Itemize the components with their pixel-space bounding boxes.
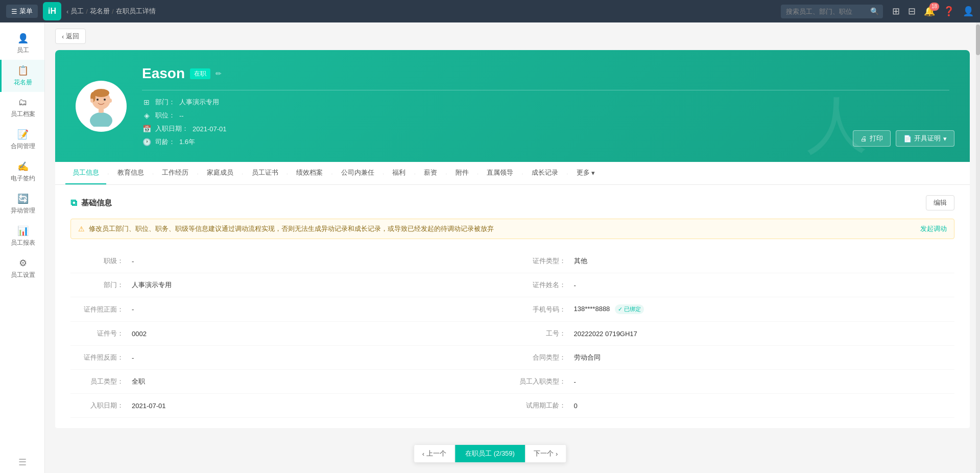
id-number-label: 证件号： xyxy=(70,329,132,338)
notice-link[interactable]: 发起调动 xyxy=(920,224,947,233)
hire-date-value: 2021-07-01 xyxy=(132,402,513,410)
tab-navigation: 员工信息 · 教育信息 · 工作经历 · 家庭成员 · 员工证书 · 绩效档案 … xyxy=(55,162,970,185)
avatar-svg xyxy=(81,86,122,127)
content-area: ⧉ 基础信息 编辑 ⚠ 修改员工部门、职位、职务、职级等信息建议通过调动流程实现… xyxy=(55,185,970,428)
onboard-type-value: - xyxy=(574,378,955,386)
tab-concurrent[interactable]: 公司内兼任 xyxy=(334,162,381,184)
profile-edit-icon[interactable]: ✏ xyxy=(216,69,222,78)
search-input[interactable] xyxy=(781,5,883,18)
current-page: 在职员工 (2/359) xyxy=(455,445,525,462)
tab-certificate[interactable]: 员工证书 xyxy=(245,162,285,184)
info-row-id-back: 证件照反面： - xyxy=(70,346,513,370)
back-bar: ‹ 返回 xyxy=(45,22,980,50)
main-content: ‹ 返回 人 xyxy=(45,22,980,473)
breadcrumb-item-1[interactable]: 员工 xyxy=(70,7,84,16)
sidebar-item-settings[interactable]: ⚙ 员工设置 xyxy=(0,252,44,285)
dept-field-label: 部门： xyxy=(70,280,132,290)
phone-value: 138****8888 ✓ 已绑定 xyxy=(574,304,955,314)
tab-performance[interactable]: 绩效档案 xyxy=(289,162,330,184)
hiredate-label: 入职日期： xyxy=(155,124,188,133)
info-row-id-number: 证件号： 0002 xyxy=(70,322,513,346)
sidebar: 👤 员工 📋 花名册 🗂 员工档案 📝 合同管理 ✍ 电子签约 🔄 异动管理 📊… xyxy=(0,22,45,473)
verified-text: 已绑定 xyxy=(624,305,641,313)
sidebar-item-archive[interactable]: 🗂 员工档案 xyxy=(0,92,44,124)
next-button[interactable]: 下一个 › xyxy=(525,445,566,462)
sidebar-item-report[interactable]: 📊 员工报表 xyxy=(0,220,44,252)
pagination-bar: ‹ 上一个 在职员工 (2/359) 下一个 › xyxy=(414,444,567,463)
menu-button[interactable]: ☰ 菜单 xyxy=(6,5,38,18)
dept-icon: ⊞ xyxy=(142,98,151,106)
print-label: 打印 xyxy=(870,134,883,143)
notification-icon[interactable]: 🔔 18 xyxy=(924,6,935,17)
sidebar-collapse-icon[interactable]: ☰ xyxy=(18,457,27,468)
profile-actions: 🖨 打印 📄 开具证明 ▾ xyxy=(853,130,954,147)
hiredate-icon: 📅 xyxy=(142,125,151,133)
notice-text: 修改员工部门、职位、职务、职级等信息建议通过调动流程实现，否则无法生成异动记录和… xyxy=(89,224,494,233)
tenure-label: 司龄： xyxy=(155,137,175,147)
notice-icon: ⚠ xyxy=(78,225,85,233)
app-logo: iH xyxy=(43,2,61,20)
prev-button[interactable]: ‹ 上一个 xyxy=(414,445,455,462)
tab-growth[interactable]: 成长记录 xyxy=(524,162,565,184)
scroll-indicator[interactable] xyxy=(976,22,980,473)
id-front-label: 证件照正面： xyxy=(70,305,132,314)
settings-icon: ⚙ xyxy=(19,257,27,269)
svg-point-5 xyxy=(90,99,93,103)
tab-salary[interactable]: 薪资 xyxy=(417,162,444,184)
user-icon[interactable]: 👤 xyxy=(963,6,974,17)
help-icon[interactable]: ❓ xyxy=(943,6,954,17)
info-grid: 职级： - 证件类型： 其他 部门： 人事演示专用 证件姓名： - xyxy=(70,249,954,418)
search-icon: 🔍 xyxy=(870,7,879,15)
tab-work-history[interactable]: 工作经历 xyxy=(155,162,196,184)
avatar xyxy=(76,81,127,132)
tab-education[interactable]: 教育信息 xyxy=(110,162,151,184)
verified-icon: ✓ xyxy=(618,306,623,313)
tenure-value: 1.6年 xyxy=(179,137,195,147)
edit-button[interactable]: 编辑 xyxy=(926,195,954,210)
scroll-thumb[interactable] xyxy=(976,25,980,55)
next-label: 下一个 xyxy=(534,449,554,458)
emp-type-label: 员工类型： xyxy=(70,377,132,386)
info-row-id-front: 证件照正面： - xyxy=(70,297,513,322)
archive-icon: 🗂 xyxy=(18,97,28,108)
tab-attachment[interactable]: 附件 xyxy=(448,162,476,184)
sidebar-item-anomaly[interactable]: 🔄 异动管理 xyxy=(0,188,44,220)
tab-supervisor[interactable]: 直属领导 xyxy=(480,162,520,184)
id-back-label: 证件照反面： xyxy=(70,353,132,362)
sidebar-item-employee[interactable]: 👤 员工 xyxy=(0,28,44,60)
id-name-value: - xyxy=(574,281,955,289)
section-icon: ⧉ xyxy=(70,198,77,208)
main-layout: 👤 员工 📋 花名册 🗂 员工档案 📝 合同管理 ✍ 电子签约 🔄 异动管理 📊… xyxy=(0,22,980,473)
sidebar-item-contract[interactable]: 📝 合同管理 xyxy=(0,124,44,156)
apps-icon[interactable]: ⊞ xyxy=(892,6,900,17)
back-button[interactable]: ‹ 返回 xyxy=(55,29,86,44)
info-row-job-level: 职级： - xyxy=(70,249,513,273)
profile-info: Eason 在职 ✏ ⊞ 部门： 人事演示专用 ◈ 职位： -- xyxy=(142,65,949,147)
onboard-type-label: 员工入职类型： xyxy=(513,377,574,386)
probation-label: 试用期工龄： xyxy=(513,401,574,410)
menu-icon: ☰ xyxy=(11,8,17,15)
print-button[interactable]: 🖨 打印 xyxy=(853,130,891,147)
tab-family[interactable]: 家庭成员 xyxy=(200,162,241,184)
tab-employee-info[interactable]: 员工信息 xyxy=(65,162,106,184)
tab-more[interactable]: 更多 ▾ xyxy=(569,162,602,184)
back-label: 返回 xyxy=(66,32,79,41)
breadcrumb-back-icon[interactable]: ‹ xyxy=(66,8,68,15)
sidebar-item-esign[interactable]: ✍ 电子签约 xyxy=(0,156,44,188)
info-row-id-name: 证件姓名： - xyxy=(513,273,955,297)
cert-button[interactable]: 📄 开具证明 ▾ xyxy=(896,130,954,147)
dept-label: 部门： xyxy=(155,98,175,107)
sidebar-bottom: ☰ xyxy=(0,452,44,473)
filter-icon[interactable]: ⊟ xyxy=(908,6,916,17)
svg-point-4 xyxy=(104,99,106,101)
sidebar-item-roster[interactable]: 📋 花名册 xyxy=(0,60,44,92)
tenure-icon: 🕐 xyxy=(142,138,151,146)
breadcrumb-item-2[interactable]: 花名册 xyxy=(90,7,110,16)
info-row-phone: 手机号码： 138****8888 ✓ 已绑定 xyxy=(513,297,955,322)
profile-header: 人 xyxy=(55,50,970,162)
notification-badge: 18 xyxy=(929,3,939,11)
tab-welfare[interactable]: 福利 xyxy=(385,162,413,184)
report-icon: 📊 xyxy=(17,225,29,236)
profile-name: Eason xyxy=(142,65,185,82)
position-value: -- xyxy=(179,112,184,120)
